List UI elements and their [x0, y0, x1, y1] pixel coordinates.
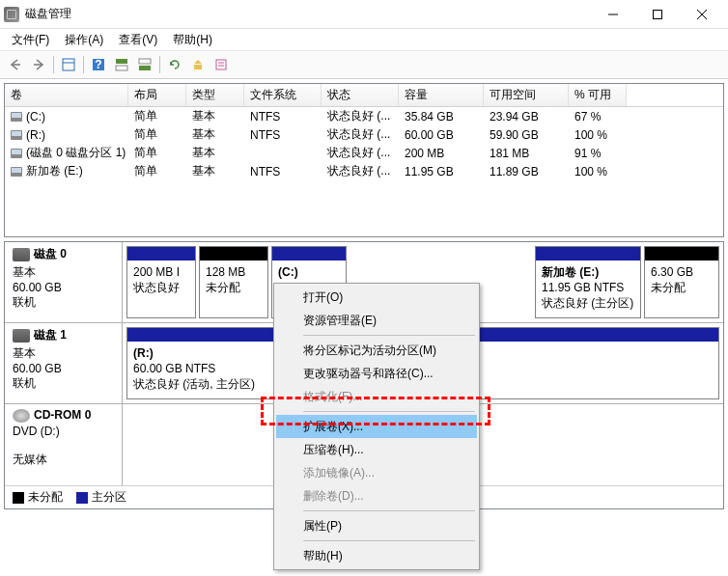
- partition[interactable]: 新加卷 (E:)11.95 GB NTFS状态良好 (主分区): [535, 246, 641, 318]
- volume-list-header: 卷 布局 类型 文件系统 状态 容量 可用空间 % 可用: [5, 84, 723, 107]
- ctx-explorer[interactable]: 资源管理器(E): [276, 309, 477, 332]
- disk-icon: [13, 248, 30, 261]
- minimize-button[interactable]: [591, 0, 635, 29]
- ctx-shrink[interactable]: 压缩卷(H)...: [276, 438, 477, 461]
- volume-icon: [11, 130, 22, 140]
- ctx-changedrive[interactable]: 更改驱动器号和路径(C)...: [276, 362, 477, 385]
- titlebar: 磁盘管理: [0, 0, 728, 29]
- refresh-button[interactable]: [164, 54, 185, 75]
- col-type[interactable]: 类型: [186, 84, 244, 106]
- volume-row[interactable]: (磁盘 0 磁盘分区 1) 简单基本 状态良好 (...200 MB181 MB…: [5, 144, 723, 162]
- app-icon: [4, 7, 19, 22]
- ctx-open[interactable]: 打开(O): [276, 286, 477, 309]
- volume-icon: [11, 112, 22, 122]
- col-pct[interactable]: % 可用: [569, 84, 627, 106]
- ctx-help[interactable]: 帮助(H): [276, 544, 477, 567]
- view-button[interactable]: [58, 54, 79, 75]
- back-button[interactable]: [5, 54, 26, 75]
- ctx-addmirror: 添加镜像(A)...: [276, 461, 477, 484]
- legend-primary: 主分区: [92, 489, 126, 506]
- col-capacity[interactable]: 容量: [399, 84, 484, 106]
- svg-rect-8: [116, 59, 127, 64]
- settings-top-button[interactable]: [111, 54, 132, 75]
- svg-rect-10: [139, 59, 151, 64]
- close-button[interactable]: [680, 0, 724, 29]
- svg-rect-4: [63, 59, 74, 70]
- ctx-format: 格式化(F)...: [276, 385, 477, 408]
- toolbar: ?: [0, 50, 728, 79]
- svg-text:?: ?: [95, 58, 101, 71]
- svg-rect-13: [216, 60, 226, 69]
- ctx-delete: 删除卷(D)...: [276, 484, 477, 507]
- col-fs[interactable]: 文件系统: [244, 84, 322, 106]
- disk-icon: [13, 329, 30, 343]
- eject-button[interactable]: [187, 54, 209, 75]
- volume-row[interactable]: 新加卷 (E:) 简单基本NTFS 状态良好 (...11.95 GB11.89…: [5, 162, 723, 180]
- col-status[interactable]: 状态: [322, 84, 399, 106]
- ctx-properties[interactable]: 属性(P): [276, 514, 477, 537]
- partition[interactable]: 6.30 GB未分配: [644, 246, 719, 318]
- legend-swatch-unalloc: [13, 492, 24, 504]
- help-button[interactable]: ?: [88, 54, 109, 75]
- svg-rect-12: [194, 65, 202, 69]
- window-title: 磁盘管理: [25, 6, 591, 22]
- legend-unalloc: 未分配: [28, 489, 63, 506]
- svg-rect-1: [654, 10, 662, 18]
- volume-icon: [11, 167, 22, 177]
- volume-row[interactable]: (R:) 简单基本NTFS 状态良好 (...60.00 GB59.90 GB1…: [5, 125, 723, 144]
- legend-swatch-primary: [76, 492, 88, 504]
- col-layout[interactable]: 布局: [128, 84, 186, 106]
- menu-view[interactable]: 查看(V): [111, 30, 165, 50]
- col-free[interactable]: 可用空间: [484, 84, 569, 106]
- menu-help[interactable]: 帮助(H): [165, 30, 220, 50]
- partition[interactable]: 200 MB I状态良好: [126, 246, 196, 318]
- maximize-button[interactable]: [635, 0, 680, 29]
- menu-file[interactable]: 文件(F): [4, 30, 57, 50]
- context-menu: 打开(O) 资源管理器(E) 将分区标记为活动分区(M) 更改驱动器号和路径(C…: [273, 283, 480, 570]
- col-volume[interactable]: 卷: [5, 84, 128, 106]
- settings-bottom-button[interactable]: [134, 54, 155, 75]
- partition[interactable]: 128 MB未分配: [199, 246, 268, 318]
- ctx-markactive[interactable]: 将分区标记为活动分区(M): [276, 339, 477, 362]
- menubar: 文件(F) 操作(A) 查看(V) 帮助(H): [0, 29, 728, 50]
- volume-row[interactable]: (C:) 简单基本NTFS 状态良好 (...35.84 GB23.94 GB6…: [5, 107, 723, 125]
- forward-button[interactable]: [28, 54, 49, 75]
- properties-button[interactable]: [210, 54, 232, 75]
- menu-action[interactable]: 操作(A): [57, 30, 111, 50]
- cdrom-icon: [13, 409, 30, 423]
- svg-rect-9: [116, 66, 127, 70]
- ctx-extend[interactable]: 扩展卷(X)...: [276, 415, 477, 438]
- volume-icon: [11, 149, 22, 158]
- volume-list: 卷 布局 类型 文件系统 状态 容量 可用空间 % 可用 (C:) 简单基本NT…: [4, 83, 724, 237]
- svg-rect-11: [139, 66, 151, 70]
